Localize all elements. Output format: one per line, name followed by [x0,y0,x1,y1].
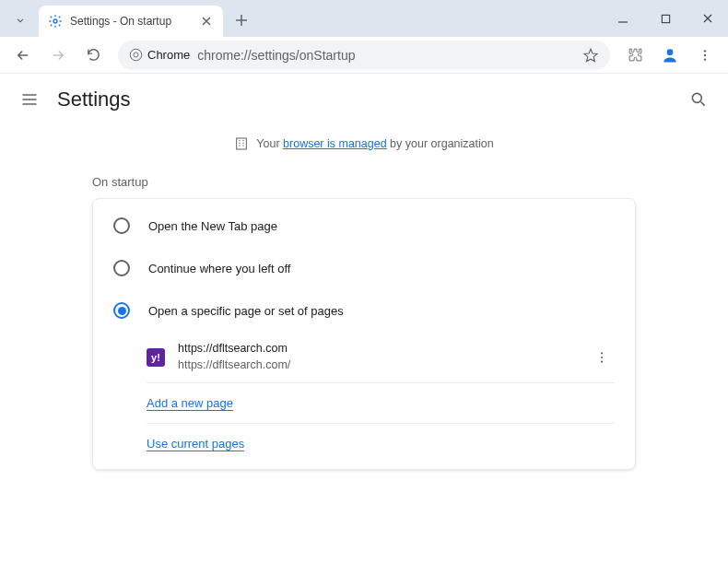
radio-label: Open the New Tab page [148,219,277,233]
window-controls [610,0,721,37]
svg-point-6 [704,53,706,55]
reload-button[interactable] [77,40,109,71]
url-text: chrome://settings/onStartup [197,48,355,63]
kebab-icon [698,48,712,63]
svg-point-4 [667,49,674,55]
svg-point-10 [601,352,603,354]
maximize-button[interactable] [652,6,678,31]
svg-point-2 [130,49,142,61]
plus-icon [235,14,248,27]
settings-menu-button[interactable] [18,88,41,111]
browser-tab[interactable]: Settings - On startup [39,6,223,37]
svg-point-8 [692,93,701,102]
title-bar: Settings - On startup [0,0,728,37]
address-bar[interactable]: Chrome chrome://settings/onStartup [118,41,610,70]
managed-banner: Your browser is managed by your organiza… [0,125,728,158]
page-title: Settings [57,88,131,111]
browser-toolbar: Chrome chrome://settings/onStartup [0,37,728,74]
managed-link[interactable]: browser is managed [283,137,387,150]
svg-point-3 [134,53,138,57]
startup-page-row: y! https://dfltsearch.com https://dfltse… [147,332,615,383]
section-label: On startup [92,158,636,198]
site-chip-label: Chrome [147,48,190,62]
back-button[interactable] [7,40,39,71]
svg-point-7 [704,58,706,60]
arrow-right-icon [50,47,66,64]
site-favicon: y! [147,348,165,367]
reload-icon [86,47,101,63]
radio-icon [113,260,130,276]
radio-icon [113,217,130,234]
managed-text: Your browser is managed by your organiza… [256,137,493,150]
svg-point-11 [601,356,603,357]
hamburger-icon [20,90,39,109]
profile-button[interactable] [654,40,686,71]
settings-content: On startup Open the New Tab page Continu… [0,158,728,470]
site-chip: Chrome [129,48,190,62]
chrome-menu-button[interactable] [689,40,721,71]
add-new-page-row: Add a new page [147,383,615,424]
close-icon [702,13,713,24]
radio-label: Continue where you left off [148,262,290,275]
use-current-pages-row: Use current pages [147,424,615,463]
forward-button[interactable] [42,40,74,71]
minimize-icon [617,13,628,24]
settings-gear-icon [48,14,63,29]
page-title-text: https://dfltsearch.com [178,341,290,357]
chevron-down-icon [14,14,27,27]
radio-new-tab[interactable]: Open the New Tab page [93,205,635,247]
building-icon [234,136,249,151]
kebab-icon [594,350,609,365]
minimize-button[interactable] [610,6,636,31]
svg-point-5 [704,50,706,52]
bookmark-button[interactable] [582,47,599,64]
on-startup-card: Open the New Tab page Continue where you… [92,198,636,470]
radio-label: Open a specific page or set of pages [148,304,344,318]
add-new-page-link[interactable]: Add a new page [147,396,233,411]
new-tab-button[interactable] [229,7,254,33]
use-current-pages-link[interactable]: Use current pages [147,437,244,451]
search-icon [689,90,708,109]
svg-point-0 [53,19,57,23]
extensions-button[interactable] [619,40,651,71]
tab-close-button[interactable] [199,14,214,29]
arrow-left-icon [15,47,31,64]
chrome-logo-icon [129,48,143,62]
tab-title: Settings - On startup [70,15,192,28]
puzzle-icon [628,47,643,63]
star-icon [582,47,599,64]
person-icon [661,46,679,64]
radio-specific-pages[interactable]: Open a specific page or set of pages [93,289,635,332]
radio-continue[interactable]: Continue where you left off [93,247,635,289]
settings-search-button[interactable] [687,88,710,111]
close-window-button[interactable] [695,6,721,31]
tab-search-button[interactable] [7,7,33,33]
page-text: https://dfltsearch.com https://dfltsearc… [178,341,290,373]
svg-rect-9 [237,138,247,149]
page-url-text: https://dfltsearch.com/ [178,357,290,374]
radio-icon-selected [113,302,130,319]
close-icon [202,17,211,26]
maximize-icon [661,14,671,24]
specific-pages-list: y! https://dfltsearch.com https://dfltse… [93,332,635,463]
page-row-menu-button[interactable] [593,346,615,369]
svg-point-12 [601,360,603,362]
svg-rect-1 [662,15,669,22]
settings-header: Settings [0,74,728,125]
